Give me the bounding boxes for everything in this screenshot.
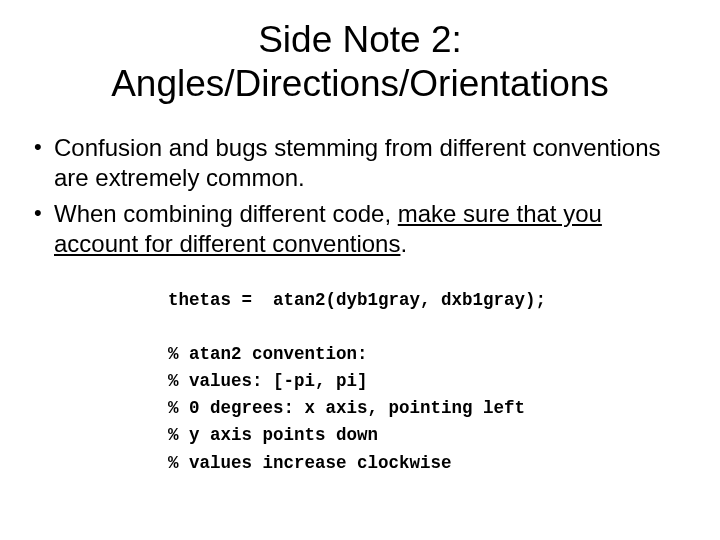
code-block: thetas = atan2(dyb1gray, dxb1gray); % at…: [168, 287, 692, 477]
title-line-2: Angles/Directions/Orientations: [111, 63, 609, 104]
bullet-item-2: When combining different code, make sure…: [30, 199, 692, 259]
bullet-text-2a: When combining different code,: [54, 200, 398, 227]
bullet-text-1: Confusion and bugs stemming from differe…: [54, 134, 661, 191]
code-line-3: % values: [-pi, pi]: [168, 371, 368, 391]
slide-title: Side Note 2: Angles/Directions/Orientati…: [68, 18, 652, 107]
code-line-5: % y axis points down: [168, 425, 378, 445]
slide: Side Note 2: Angles/Directions/Orientati…: [0, 0, 720, 540]
code-line-6: % values increase clockwise: [168, 453, 452, 473]
code-line-2: % atan2 convention:: [168, 344, 368, 364]
bullet-text-2c: .: [400, 230, 407, 257]
code-line-4: % 0 degrees: x axis, pointing left: [168, 398, 525, 418]
title-line-1: Side Note 2:: [258, 19, 462, 60]
bullet-item-1: Confusion and bugs stemming from differe…: [30, 133, 692, 193]
code-line-1: thetas = atan2(dyb1gray, dxb1gray);: [168, 290, 546, 310]
bullet-list: Confusion and bugs stemming from differe…: [30, 133, 692, 259]
